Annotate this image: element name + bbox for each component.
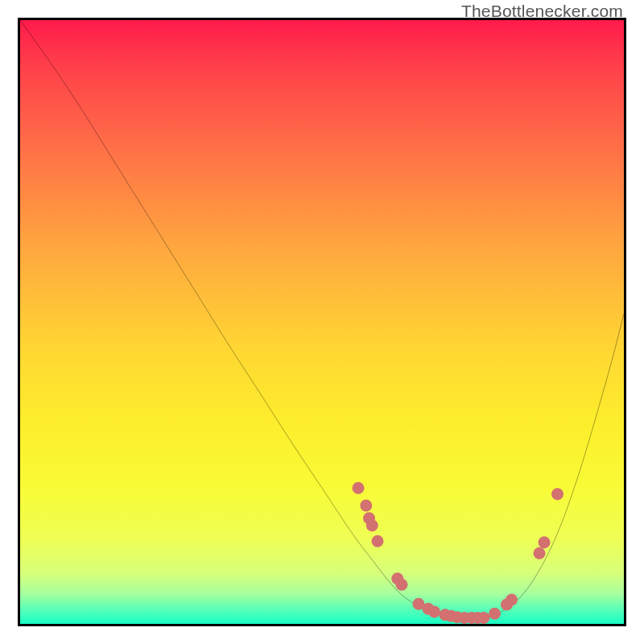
chart-point [539, 536, 551, 548]
chart-point [353, 482, 365, 494]
bottleneck-curve [20, 20, 624, 619]
chart-point [506, 594, 518, 606]
chart-svg [20, 20, 624, 624]
chart-point [396, 579, 408, 591]
chart-point [551, 488, 564, 500]
chart-point [478, 612, 490, 624]
chart-plot-area [18, 18, 626, 626]
chart-points [353, 482, 564, 624]
chart-point [489, 608, 501, 620]
chart-point [428, 606, 440, 618]
chart-point [366, 519, 378, 531]
chart-point [372, 535, 384, 547]
chart-point [360, 500, 372, 512]
chart-point [534, 547, 546, 559]
